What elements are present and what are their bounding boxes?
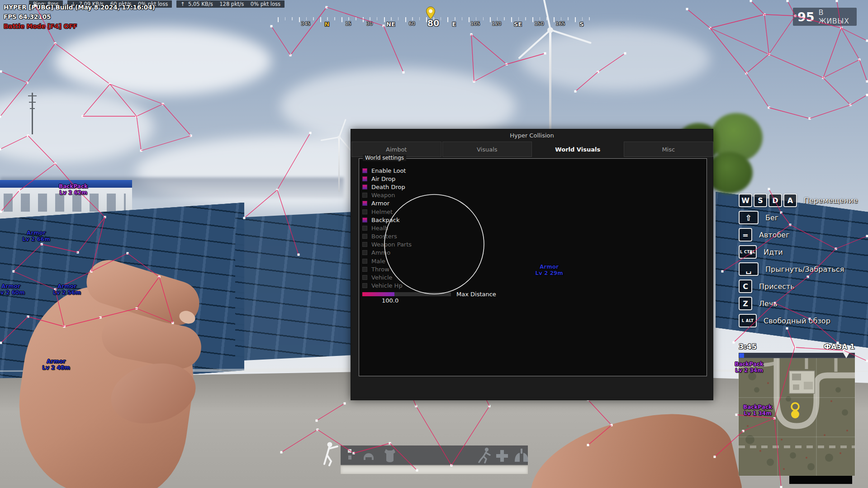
esp-item-name: Armor — [0, 283, 25, 289]
option-weapon[interactable]: Weapon — [362, 191, 412, 199]
compass-label-15: 15 — [345, 21, 351, 27]
esp-item-info: Lv 2 48m — [42, 365, 70, 371]
option-vehicle[interactable]: Vehicle — [362, 273, 412, 281]
checkbox-icon[interactable] — [362, 193, 367, 198]
indicator-bar-icon — [348, 455, 351, 460]
keybind-row: L CTRLИдти — [739, 245, 858, 259]
checkbox-icon[interactable] — [362, 250, 367, 255]
key-cap: A — [783, 194, 797, 207]
option-armor[interactable]: Armor — [362, 199, 412, 208]
option-male[interactable]: Male — [362, 257, 412, 265]
compass-label-165: 165 — [556, 21, 565, 27]
esp-item-info: Lv 2 56m — [53, 289, 81, 296]
option-label: Helmet — [371, 208, 393, 215]
option-weapon-parts[interactable]: Weapon Parts — [362, 241, 412, 249]
compass-tick — [278, 17, 279, 22]
compass-tick — [327, 17, 328, 20]
alive-count: 95 — [797, 11, 815, 23]
compass-tick — [398, 17, 399, 20]
group-title: World settings — [363, 155, 406, 161]
option-label: Death Drop — [371, 184, 405, 190]
option-enable-loot[interactable]: Enable Loot — [362, 166, 412, 175]
option-helmet[interactable]: Helmet — [362, 208, 412, 216]
compass-tick — [497, 17, 498, 20]
esp-label-backpack: BackPackLv 2 34m — [735, 361, 764, 374]
keybind-label: Присесть — [759, 282, 795, 291]
tab-visuals[interactable]: Visuals — [442, 142, 532, 157]
checkbox-icon[interactable] — [362, 283, 367, 288]
keybind-row: CПрисесть — [739, 280, 858, 293]
build-version-text: HYPER [PUBG] Build (May 8 2024, 17:16:04… — [4, 3, 155, 12]
minimap-terrain — [739, 358, 855, 476]
esp-item-name: BackPack — [735, 361, 764, 367]
keybind-row: L ALTСвободный обзор — [739, 314, 858, 327]
option-label: Weapon Parts — [371, 241, 412, 248]
option-healh[interactable]: Healh — [362, 224, 412, 232]
esp-item-name: Armor — [42, 358, 70, 365]
key-cap: Z — [739, 297, 752, 310]
compass-tick — [334, 17, 335, 20]
checkbox-icon[interactable] — [362, 218, 367, 223]
option-label: Ammo — [371, 249, 390, 256]
checkbox-icon[interactable] — [362, 185, 367, 190]
heal-cross-icon — [496, 450, 508, 462]
map-buildings — [789, 371, 815, 393]
minimap[interactable] — [739, 358, 855, 476]
compass-label-30: 30 — [366, 21, 373, 27]
helmet-icon — [361, 448, 376, 463]
esp-item-info: Lv 2 66m — [22, 236, 50, 242]
option-label: Throw — [371, 266, 389, 273]
run-icon — [477, 447, 493, 464]
checkbox-icon[interactable] — [362, 242, 367, 247]
cheat-menu-window[interactable]: Hyper Collision AimbotVisualsWorld Visua… — [351, 129, 713, 400]
checkbox-icon[interactable] — [362, 275, 367, 280]
esp-label-armor: ArmorLv 2 48m — [42, 358, 70, 371]
cloud — [54, 27, 271, 95]
match-info: 3:45 ФАЗА 1 — [739, 342, 855, 351]
esp-label-armor: ArmorLv 2 56m — [53, 283, 81, 296]
compass-tick — [441, 17, 441, 20]
option-air-drop[interactable]: Air Drop — [362, 175, 412, 183]
checkbox-icon[interactable] — [362, 259, 367, 264]
phase-progress-bar — [739, 353, 855, 358]
option-ammo[interactable]: Ammo — [362, 249, 412, 257]
keybind-row: ZЛечь — [739, 297, 858, 310]
option-boosters[interactable]: Boosters — [362, 232, 412, 241]
checkbox-icon[interactable] — [362, 267, 367, 272]
checkbox-icon[interactable] — [362, 176, 367, 181]
checkbox-icon[interactable] — [362, 168, 367, 173]
option-label: Male — [371, 258, 385, 265]
menu-title: Hyper Collision — [351, 132, 713, 139]
key-cap: D — [768, 194, 782, 207]
checkbox-icon[interactable] — [362, 209, 367, 214]
keybind-label: Бег — [765, 213, 778, 222]
world-settings-group: World settings Enable LootAir DropDeath … — [359, 158, 707, 376]
compass-tick — [356, 17, 356, 20]
compass-tick — [462, 17, 463, 20]
esp-item-info: Lv 2 60m — [0, 289, 25, 296]
tab-world-visuals[interactable]: World Visuals — [533, 142, 623, 157]
checkbox-icon[interactable] — [362, 201, 367, 206]
tab-misc[interactable]: Misc — [624, 142, 714, 157]
checkbox-icon[interactable] — [362, 226, 367, 231]
max-distance-slider[interactable] — [362, 292, 451, 296]
option-label: Armor — [371, 200, 389, 207]
esp-label-armor: ArmorLv 2 60m — [0, 283, 25, 296]
compass-tick — [546, 17, 547, 20]
option-throw[interactable]: Throw — [362, 265, 412, 273]
option-vehicle-hp[interactable]: Vehicle Hp — [362, 282, 412, 290]
option-backpack[interactable]: Backpack — [362, 216, 412, 224]
esp-label-backpack: BackPackLv 2 62m — [59, 183, 88, 196]
zone-marker — [739, 353, 744, 358]
battle-mode-status: Battle Mode [F4] OFF — [4, 22, 155, 31]
compass-tick — [518, 17, 519, 20]
compass-tick — [525, 17, 526, 20]
compass-tick — [391, 17, 392, 20]
compass-label-e: E — [452, 21, 456, 28]
option-death-drop[interactable]: Death Drop — [362, 183, 412, 191]
compass-tick — [490, 17, 491, 22]
checkbox-icon[interactable] — [362, 234, 367, 239]
antenna-tower — [32, 93, 33, 134]
keybind-label: Перемещение — [804, 196, 858, 205]
keybind-label: Свободный обзор — [764, 317, 830, 325]
